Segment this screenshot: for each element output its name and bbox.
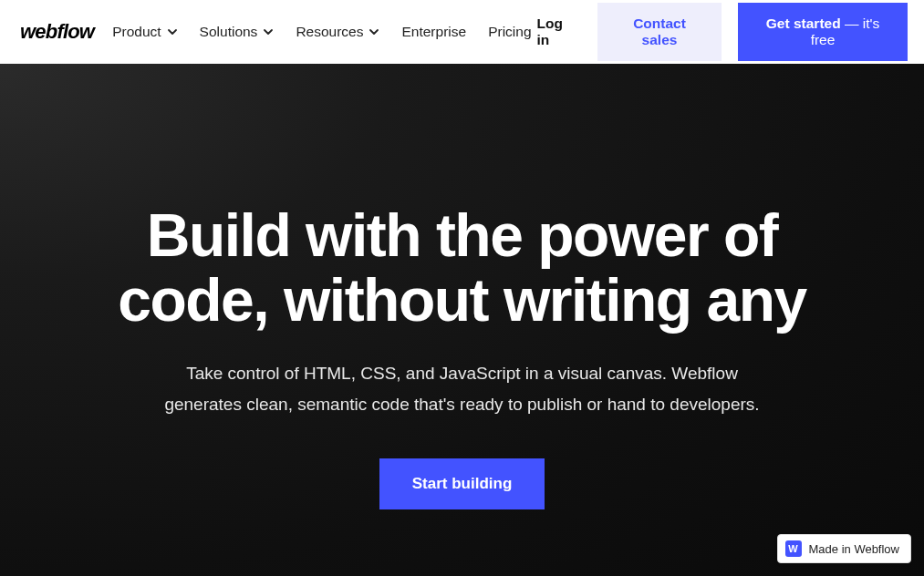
chevron-down-icon xyxy=(167,26,178,37)
nav-item-pricing[interactable]: Pricing xyxy=(488,24,531,40)
made-in-webflow-badge[interactable]: W Made in Webflow xyxy=(777,534,911,563)
badge-label: Made in Webflow xyxy=(809,542,899,556)
hero-headline: Build with the power of code, without wr… xyxy=(98,203,827,334)
webflow-badge-icon: W xyxy=(785,540,802,557)
start-building-button[interactable]: Start building xyxy=(379,458,545,509)
get-started-label: Get started xyxy=(766,15,841,31)
top-navbar: webflow Product Solutions Resources Ente… xyxy=(0,0,924,64)
nav-item-resources[interactable]: Resources xyxy=(296,24,379,40)
nav-item-label: Enterprise xyxy=(401,24,466,40)
contact-sales-button[interactable]: Contact sales xyxy=(597,3,722,61)
nav-item-product[interactable]: Product xyxy=(112,24,177,40)
nav-item-label: Solutions xyxy=(200,24,258,40)
nav-links: Product Solutions Resources Enterprise P… xyxy=(112,24,531,40)
chevron-down-icon xyxy=(263,26,274,37)
hero-section: Build with the power of code, without wr… xyxy=(0,64,924,576)
nav-right: Log in Contact sales Get started — it's … xyxy=(537,3,908,61)
nav-item-solutions[interactable]: Solutions xyxy=(200,24,275,40)
nav-item-label: Resources xyxy=(296,24,363,40)
nav-item-label: Pricing xyxy=(488,24,531,40)
chevron-down-icon xyxy=(369,26,379,37)
get-started-button[interactable]: Get started — it's free xyxy=(738,3,908,61)
hero-subhead: Take control of HTML, CSS, and JavaScrip… xyxy=(152,358,773,420)
nav-item-label: Product xyxy=(112,24,161,40)
login-link[interactable]: Log in xyxy=(537,15,576,48)
logo[interactable]: webflow xyxy=(20,20,94,44)
nav-item-enterprise[interactable]: Enterprise xyxy=(401,24,466,40)
